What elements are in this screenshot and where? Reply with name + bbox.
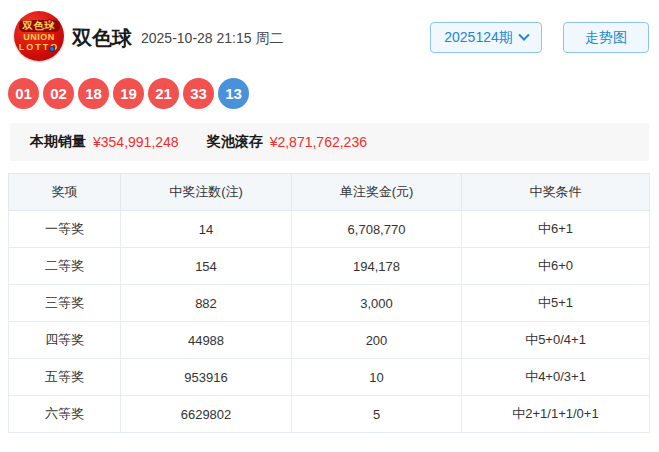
col-header-prize-tier: 奖项 — [9, 174, 121, 211]
issue-dropdown[interactable]: 2025124期 — [430, 22, 542, 53]
issue-dropdown-label: 2025124期 — [444, 29, 513, 47]
prize-tier-cell: 三等奖 — [9, 285, 121, 322]
prize-tier-cell: 四等奖 — [9, 322, 121, 359]
prize-amount-cell: 6,708,770 — [292, 211, 462, 248]
prize-amount-cell: 194,178 — [292, 248, 462, 285]
col-header-win-condition: 中奖条件 — [462, 174, 650, 211]
table-row: 六等奖 6629802 5 中2+1/1+1/0+1 — [9, 396, 650, 433]
winner-count-cell: 44988 — [121, 322, 292, 359]
col-header-winner-count: 中奖注数(注) — [121, 174, 292, 211]
prize-amount-cell: 200 — [292, 322, 462, 359]
sales-label: 本期销量 — [30, 133, 86, 151]
pool-label: 奖池滚存 — [207, 133, 263, 151]
union-lotto-logo: 双色球 UNION LOTTO — [14, 11, 64, 61]
draw-datetime: 2025-10-28 21:15 周二 — [141, 30, 283, 48]
red-ball: 18 — [78, 78, 109, 109]
winner-count-cell: 154 — [121, 248, 292, 285]
sales-value: ¥354,991,248 — [93, 134, 179, 150]
table-header-row: 奖项 中奖注数(注) 单注奖金(元) 中奖条件 — [9, 174, 650, 211]
table-row: 一等奖 14 6,708,770 中6+1 — [9, 211, 650, 248]
prize-tier-cell: 五等奖 — [9, 359, 121, 396]
winner-count-cell: 953916 — [121, 359, 292, 396]
win-condition-cell: 中2+1/1+1/0+1 — [462, 396, 650, 433]
win-condition-cell: 中6+1 — [462, 211, 650, 248]
red-ball: 02 — [43, 78, 74, 109]
trend-chart-button[interactable]: 走势图 — [563, 22, 649, 53]
red-ball: 21 — [148, 78, 179, 109]
winner-count-cell: 6629802 — [121, 396, 292, 433]
chevron-down-icon — [518, 29, 529, 40]
blue-ball: 13 — [218, 78, 249, 109]
winner-count-cell: 14 — [121, 211, 292, 248]
prize-table: 奖项 中奖注数(注) 单注奖金(元) 中奖条件 一等奖 14 6,708,770… — [8, 173, 650, 433]
win-condition-cell: 中5+1 — [462, 285, 650, 322]
win-condition-cell: 中6+0 — [462, 248, 650, 285]
prize-amount-cell: 10 — [292, 359, 462, 396]
red-ball: 19 — [113, 78, 144, 109]
win-condition-cell: 中4+0/3+1 — [462, 359, 650, 396]
sales-pool-summary: 本期销量 ¥354,991,248 奖池滚存 ¥2,871,762,236 — [10, 123, 649, 161]
logo-red-ball-dot — [47, 19, 52, 24]
prize-tier-cell: 二等奖 — [9, 248, 121, 285]
winning-numbers: 01 02 18 19 21 33 13 — [8, 78, 249, 109]
prize-amount-cell: 5 — [292, 396, 462, 433]
table-row: 二等奖 154 194,178 中6+0 — [9, 248, 650, 285]
logo-title-band: 双色球 — [19, 20, 60, 32]
logo-union-text: UNION — [23, 32, 55, 42]
prize-amount-cell: 3,000 — [292, 285, 462, 322]
win-condition-cell: 中5+0/4+1 — [462, 322, 650, 359]
pool-value: ¥2,871,762,236 — [270, 134, 367, 150]
red-ball: 33 — [183, 78, 214, 109]
prize-tier-cell: 六等奖 — [9, 396, 121, 433]
winner-count-cell: 882 — [121, 285, 292, 322]
logo-blue-ball-dot — [49, 46, 55, 52]
trend-chart-button-label: 走势图 — [585, 29, 627, 47]
prize-tier-cell: 一等奖 — [9, 211, 121, 248]
table-row: 三等奖 882 3,000 中5+1 — [9, 285, 650, 322]
table-row: 五等奖 953916 10 中4+0/3+1 — [9, 359, 650, 396]
page-title: 双色球 — [72, 25, 132, 52]
col-header-prize-amount: 单注奖金(元) — [292, 174, 462, 211]
table-row: 四等奖 44988 200 中5+0/4+1 — [9, 322, 650, 359]
red-ball: 01 — [8, 78, 39, 109]
